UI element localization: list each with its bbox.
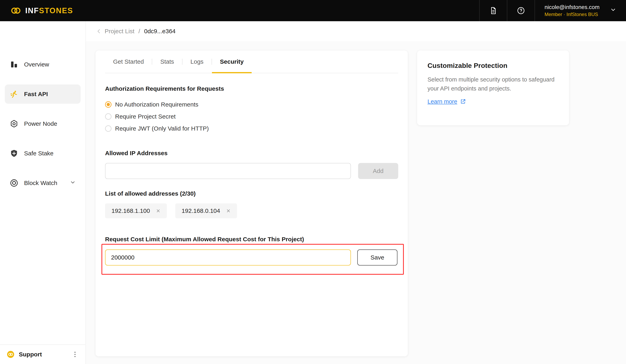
radio-button[interactable] xyxy=(105,113,112,120)
side-card-title: Customizable Protection xyxy=(428,62,559,69)
radio-no-auth[interactable]: No Authorization Requirements xyxy=(105,99,398,110)
learn-more-label: Learn more xyxy=(428,98,457,105)
chevron-down-icon xyxy=(70,179,76,187)
auth-options: No Authorization Requirements Require Pr… xyxy=(105,99,398,134)
document-icon[interactable] xyxy=(480,0,507,21)
bar-chart-icon xyxy=(10,60,18,69)
save-button[interactable]: Save xyxy=(357,249,397,265)
ip-chip-value: 192.168.0.104 xyxy=(182,207,220,214)
cost-limit-row: Save xyxy=(105,249,398,265)
tab-stats[interactable]: Stats xyxy=(152,50,182,73)
sidebar-item-label: Block Watch xyxy=(24,180,57,186)
support-label: Support xyxy=(19,351,42,358)
infstones-logo-icon xyxy=(10,5,21,16)
content: Get Started Stats Logs Security Authoriz… xyxy=(86,41,626,356)
document-icon-glyph xyxy=(489,6,498,15)
top-header: INFSTONES nicole@infstones.com xyxy=(0,0,626,21)
radio-project-secret[interactable]: Require Project Secret xyxy=(105,110,398,123)
ip-chip-value: 192.168.1.100 xyxy=(112,207,150,214)
radio-label: Require Project Secret xyxy=(115,113,176,120)
tab-get-started[interactable]: Get Started xyxy=(105,50,152,73)
user-role: Member · InfStones BUS xyxy=(545,12,599,17)
sidebar-item-safe-stake[interactable]: Safe Stake xyxy=(5,144,80,163)
allowed-list-heading: List of allowed addresses (2/30) xyxy=(105,190,398,197)
user-email: nicole@infstones.com xyxy=(545,4,599,10)
allowed-ip-heading: Allowed IP Addresses xyxy=(105,150,398,157)
runner-icon xyxy=(10,90,18,99)
radio-label: No Authorization Requirements xyxy=(115,101,198,108)
security-card: Get Started Stats Logs Security Authoriz… xyxy=(95,50,408,356)
tab-label: Get Started xyxy=(113,58,144,65)
tab-label: Logs xyxy=(191,58,203,65)
radio-jwt[interactable]: Require JWT (Only Valid for HTTP) xyxy=(105,123,398,134)
auth-requirements-heading: Authorization Requirements for Requests xyxy=(105,85,398,92)
side-card-description: Select from multiple security options to… xyxy=(428,75,559,93)
ip-chip: 192.168.1.100 xyxy=(105,203,167,218)
tab-label: Security xyxy=(220,58,244,65)
help-icon-glyph xyxy=(517,6,525,15)
sidebar-item-power-node[interactable]: Power Node xyxy=(5,114,80,133)
sidebar-item-block-watch[interactable]: Block Watch xyxy=(5,173,80,193)
kebab-menu-icon[interactable] xyxy=(71,350,79,358)
project-tabs: Get Started Stats Logs Security xyxy=(105,50,398,73)
request-cost-input[interactable] xyxy=(105,249,351,265)
brand-accent: STONES xyxy=(39,6,73,15)
learn-more-link[interactable]: Learn more xyxy=(428,98,466,105)
brand[interactable]: INFSTONES xyxy=(0,5,73,16)
external-link-icon xyxy=(460,99,466,104)
breadcrumb-separator: / xyxy=(138,28,140,35)
help-icon[interactable] xyxy=(507,0,535,21)
sidebar-item-label: Power Node xyxy=(24,120,57,127)
ip-input-row: Add xyxy=(105,163,398,179)
brand-primary: INF xyxy=(25,6,39,15)
main-area: Project List / 0dc9...e364 Get Started S… xyxy=(86,21,626,364)
sidebar-item-overview[interactable]: Overview xyxy=(5,55,80,74)
radio-button-selected[interactable] xyxy=(105,101,112,108)
support-button[interactable]: Support xyxy=(0,344,85,364)
breadcrumb-parent[interactable]: Project List xyxy=(105,28,134,35)
cube-circle-icon xyxy=(10,179,18,187)
breadcrumb: Project List / 0dc9...e364 xyxy=(86,21,626,41)
hex-nut-icon xyxy=(10,119,18,128)
sidebar-nav: Overview Fast API Power Node xyxy=(0,21,85,193)
tab-logs[interactable]: Logs xyxy=(183,50,212,73)
allowed-ip-list: 192.168.1.100 192.168.0.104 xyxy=(105,203,398,218)
ip-chip: 192.168.0.104 xyxy=(175,203,237,218)
radio-label: Require JWT (Only Valid for HTTP) xyxy=(115,125,209,132)
shield-plus-icon xyxy=(10,149,18,158)
back-chevron-icon[interactable] xyxy=(95,28,102,35)
header-actions: nicole@infstones.com Member · InfStones … xyxy=(479,0,626,21)
ip-address-input[interactable] xyxy=(105,163,351,179)
remove-ip-icon[interactable] xyxy=(226,209,231,213)
sidebar-item-fast-api[interactable]: Fast API xyxy=(5,85,80,104)
sidebar-item-label: Fast API xyxy=(24,91,48,98)
tab-security[interactable]: Security xyxy=(212,50,252,73)
sidebar-item-label: Safe Stake xyxy=(24,150,54,157)
customizable-protection-card: Customizable Protection Select from mult… xyxy=(417,50,569,125)
user-menu[interactable]: nicole@infstones.com Member · InfStones … xyxy=(535,0,626,21)
user-info: nicole@infstones.com Member · InfStones … xyxy=(545,4,599,17)
app-root: INFSTONES nicole@infstones.com xyxy=(0,0,626,364)
sidebar: Overview Fast API Power Node xyxy=(0,21,86,364)
add-ip-button[interactable]: Add xyxy=(358,163,398,179)
sidebar-item-label: Overview xyxy=(24,61,49,68)
chevron-down-icon xyxy=(610,7,616,15)
breadcrumb-current: 0dc9...e364 xyxy=(144,28,176,35)
brand-text: INFSTONES xyxy=(25,6,73,15)
support-knot-icon xyxy=(6,350,15,359)
remove-ip-icon[interactable] xyxy=(156,209,160,213)
request-cost-heading: Request Cost Limit (Maximum Allowed Requ… xyxy=(105,236,398,243)
radio-button[interactable] xyxy=(105,125,112,132)
tab-label: Stats xyxy=(160,58,174,65)
